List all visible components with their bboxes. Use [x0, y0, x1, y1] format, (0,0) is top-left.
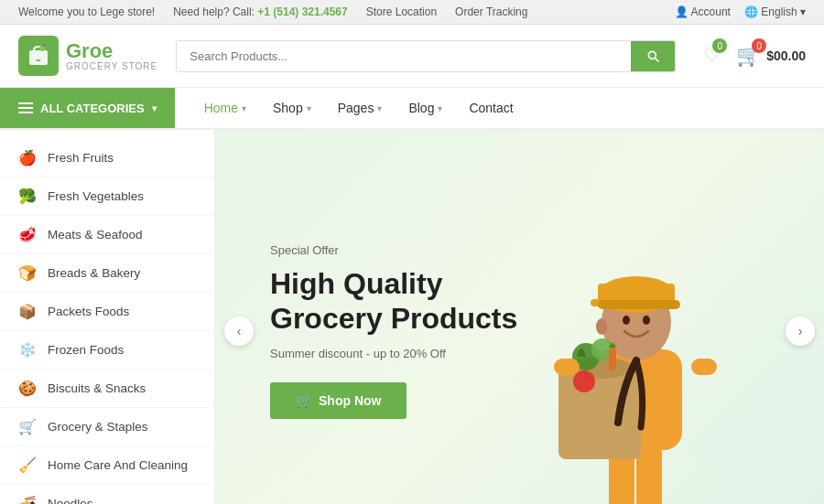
order-tracking-link[interactable]: Order Tracking	[455, 5, 527, 18]
nav-item-contact[interactable]: Contact	[458, 88, 524, 128]
sidebar-item-meats-seafood[interactable]: 🥩 Meats & Seafood	[0, 216, 214, 254]
svg-rect-18	[691, 359, 717, 375]
chevron-icon: ▾	[438, 103, 442, 113]
biscuits-icon: 🍪	[18, 380, 37, 397]
cart-small-icon: 🛒	[296, 393, 311, 408]
noodles-icon: 🍜	[18, 495, 37, 504]
wishlist-badge: 0	[712, 38, 727, 53]
packets-icon: 📦	[18, 303, 37, 320]
sidebar-item-home-cleaning[interactable]: 🧹 Home Care And Cleaning	[0, 446, 214, 485]
logo-tagline: GROCERY STORE	[66, 61, 157, 71]
chevron-icon: ▾	[307, 103, 311, 113]
sidebar-label: Fresh Vegetables	[48, 189, 144, 203]
hero-section: ‹ Special Offer High Quality Grocery Pro…	[215, 130, 824, 504]
nav-item-home[interactable]: Home▾	[193, 88, 257, 128]
main-nav: Home▾ Shop▾ Pages▾ Blog▾ Contact	[175, 88, 543, 128]
hero-title: High Quality Grocery Products	[270, 266, 563, 337]
breads-icon: 🍞	[18, 264, 37, 282]
svg-rect-15	[609, 348, 616, 370]
search-icon	[645, 48, 660, 63]
svg-point-16	[573, 370, 595, 392]
sidebar-label: Home Care And Cleaning	[48, 458, 188, 472]
sidebar-item-packets-foods[interactable]: 📦 Packets Foods	[0, 293, 214, 331]
chevron-down-icon: ▾	[152, 103, 157, 113]
top-bar-left: Welcome you to Lege store! Need help? Ca…	[18, 5, 527, 18]
svg-point-1	[39, 46, 45, 51]
special-offer-text: Special Offer	[270, 243, 563, 257]
sidebar-label: Frozen Foods	[48, 343, 124, 357]
globe-icon: 🌐	[744, 5, 758, 18]
chevron-icon: ▾	[242, 103, 246, 113]
sidebar-label: Biscuits & Snacks	[48, 381, 146, 395]
cleaning-icon: 🧹	[18, 456, 37, 474]
chevron-down-icon: ▾	[800, 5, 806, 18]
cart-button[interactable]: 🛒 0 $00.00	[736, 44, 806, 68]
sidebar-label: Meats & Seafood	[48, 228, 143, 241]
fruits-icon: 🍎	[18, 149, 37, 166]
cart-badge: 0	[752, 38, 766, 53]
shop-btn-label: Shop Now	[319, 393, 381, 408]
svg-rect-19	[644, 363, 664, 413]
carousel-next-button[interactable]: ›	[786, 316, 815, 346]
sidebar-item-fresh-fruits[interactable]: 🍎 Fresh Fruits	[0, 139, 214, 177]
meats-icon: 🥩	[18, 226, 37, 243]
top-bar: Welcome you to Lege store! Need help? Ca…	[0, 0, 824, 25]
svg-rect-10	[598, 300, 680, 309]
vegetables-icon: 🥦	[18, 188, 37, 205]
sidebar-label: Grocery & Staples	[48, 420, 148, 434]
sidebar-item-frozen-foods[interactable]: ❄️ Frozen Foods	[0, 331, 214, 370]
language-selector[interactable]: 🌐 English ▾	[744, 5, 806, 18]
account-link[interactable]: 👤 Account	[675, 5, 731, 18]
help-text: Need help? Call: +1 (514) 321.4567	[173, 5, 348, 18]
cart-icon-wrap: 🛒 0	[736, 44, 761, 68]
sidebar: 🍎 Fresh Fruits 🥦 Fresh Vegetables 🥩 Meat…	[0, 130, 215, 504]
logo-text: Groe GROCERY STORE	[66, 41, 157, 71]
main-content: 🍎 Fresh Fruits 🥦 Fresh Vegetables 🥩 Meat…	[0, 130, 824, 504]
logo[interactable]: Groe GROCERY STORE	[18, 36, 157, 76]
phone-number[interactable]: +1 (514) 321.4567	[257, 5, 347, 18]
sidebar-item-breads-bakery[interactable]: 🍞 Breads & Bakery	[0, 254, 214, 293]
top-bar-right: 👤 Account 🌐 English ▾	[675, 5, 806, 18]
logo-name: Groe	[66, 41, 157, 61]
hero-subtitle: Summer discount - up to 20% Off	[270, 347, 563, 360]
nav-item-blog[interactable]: Blog▾	[397, 88, 453, 128]
sidebar-item-noodles[interactable]: 🍜 Noodles	[0, 485, 214, 504]
carousel-prev-button[interactable]: ‹	[224, 316, 254, 346]
logo-bag-icon	[26, 43, 51, 69]
sidebar-label: Noodles	[48, 497, 93, 504]
chevron-icon: ▾	[377, 103, 382, 113]
hamburger-icon	[18, 102, 33, 113]
wishlist-button[interactable]: ♡ 0	[703, 44, 721, 68]
search-bar	[176, 40, 676, 72]
sidebar-item-grocery-staples[interactable]: 🛒 Grocery & Staples	[0, 408, 214, 446]
sidebar-item-fresh-vegetables[interactable]: 🥦 Fresh Vegetables	[0, 177, 214, 216]
svg-point-21	[643, 316, 650, 325]
frozen-icon: ❄️	[18, 341, 37, 359]
all-categories-button[interactable]: ALL CATEGORIES ▾	[0, 88, 175, 128]
grocery-icon: 🛒	[18, 418, 37, 435]
cart-amount: $00.00	[766, 48, 806, 63]
logo-icon	[18, 36, 59, 76]
svg-rect-0	[29, 50, 48, 65]
welcome-text: Welcome you to Lege store!	[18, 5, 155, 18]
account-icon: 👤	[675, 5, 688, 18]
shop-now-button[interactable]: 🛒 Shop Now	[270, 382, 407, 419]
header: Groe GROCERY STORE ♡ 0 🛒 0 $00.00	[0, 25, 824, 88]
sidebar-label: Fresh Fruits	[48, 151, 114, 165]
sidebar-label: Packets Foods	[48, 305, 129, 318]
nav-item-shop[interactable]: Shop▾	[262, 88, 322, 128]
search-button[interactable]	[631, 41, 675, 71]
hero-content: Special Offer High Quality Grocery Produ…	[270, 243, 563, 420]
search-input[interactable]	[177, 41, 631, 71]
all-categories-label: ALL CATEGORIES	[40, 102, 145, 115]
nav-item-pages[interactable]: Pages▾	[327, 88, 394, 128]
svg-point-20	[623, 316, 630, 325]
nav-bar: ALL CATEGORIES ▾ Home▾ Shop▾ Pages▾ Blog…	[0, 88, 824, 130]
sidebar-label: Breads & Bakery	[48, 266, 140, 280]
svg-point-22	[596, 318, 607, 335]
header-icons: ♡ 0 🛒 0 $00.00	[703, 44, 806, 68]
store-location-link[interactable]: Store Location	[366, 5, 437, 18]
sidebar-item-biscuits-snacks[interactable]: 🍪 Biscuits & Snacks	[0, 370, 214, 408]
